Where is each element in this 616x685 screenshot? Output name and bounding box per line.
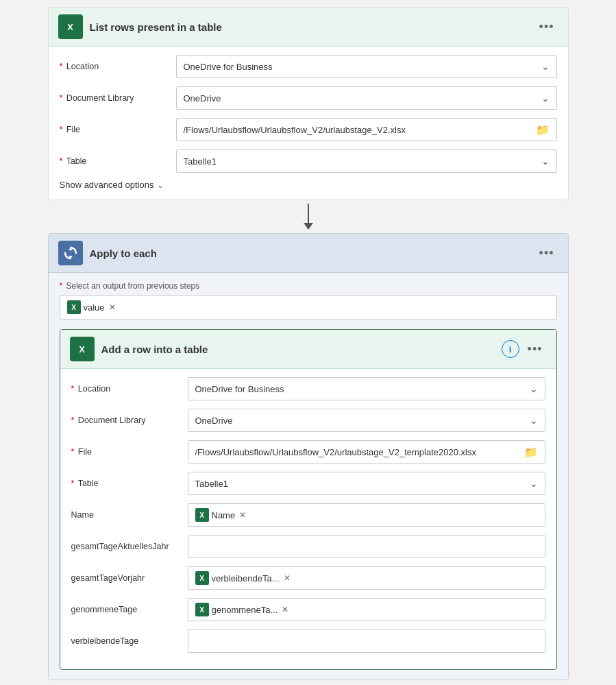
verbleibende-input[interactable] — [188, 629, 545, 653]
nested-table-row: * Table Tabelle1 ⌄ — [71, 470, 545, 496]
doc-lib-value: OneDrive — [184, 93, 541, 104]
nested-folder-icon: 📁 — [524, 446, 538, 459]
tag-close-icon[interactable]: ✕ — [109, 302, 116, 312]
excel-icon: X — [58, 14, 83, 39]
doc-lib-required: * — [60, 93, 63, 103]
nested-doc-lib-dropdown[interactable]: OneDrive ⌄ — [188, 409, 545, 432]
gesamt-vorjahr-close-icon[interactable]: ✕ — [284, 573, 291, 583]
gesamt-vorjahr-input[interactable]: X verbleibendeTa... ✕ — [188, 566, 545, 590]
name-tag-text: Name — [212, 510, 236, 520]
table-value: Tabelle1 — [184, 156, 541, 167]
excel-icon-label: X — [67, 22, 73, 32]
nested-file-label: * File — [71, 447, 188, 457]
add-row-menu-button[interactable]: ••• — [523, 341, 547, 358]
advanced-options-chevron-icon: ⌄ — [157, 180, 164, 190]
gesamt-vorjahr-excel-icon: X — [195, 571, 209, 585]
table-dropdown[interactable]: Tabelle1 ⌄ — [176, 149, 557, 173]
arrow-connector — [48, 200, 569, 233]
doc-lib-chevron-icon: ⌄ — [541, 93, 550, 104]
list-rows-card: X List rows present in a table ••• * Loc… — [48, 7, 569, 200]
genommen-label: genommeneTage — [71, 605, 188, 614]
nested-location-chevron-icon: ⌄ — [530, 383, 538, 394]
doc-lib-label: * Document Library — [60, 93, 176, 103]
apply-title: Apply to each — [90, 248, 157, 259]
gesamt-vorjahr-row: gesamtTageVorjahr X verbleibendeTa... ✕ — [71, 565, 545, 591]
location-required: * — [60, 62, 63, 71]
name-row: Name X Name ✕ — [71, 502, 545, 528]
folder-icon: 📁 — [536, 123, 550, 136]
advanced-options-label: Show advanced options — [60, 180, 154, 190]
add-row-icon-label: X — [79, 344, 85, 354]
nested-doc-lib-chevron-icon: ⌄ — [530, 415, 538, 426]
tag-input[interactable]: X value ✕ — [60, 295, 557, 320]
add-row-title: Add a row into a table — [101, 344, 208, 355]
add-row-excel-icon: X — [70, 337, 95, 361]
gesamt-aktuell-label: gesamtTageAktuellesJahr — [71, 542, 188, 551]
list-rows-actions: ••• — [535, 19, 558, 36]
nested-table-chevron-icon: ⌄ — [530, 478, 538, 489]
file-input[interactable]: /Flows/Urlaubsflow/Urlaubsflow_V2/urlaub… — [176, 118, 557, 141]
gesamt-aktuell-input[interactable] — [188, 535, 545, 558]
genommen-tag: X genommeneTa... ✕ — [195, 603, 289, 616]
genommen-row: genommeneTage X genommeneTa... ✕ — [71, 597, 545, 623]
apply-header: Apply to each ••• — [49, 234, 568, 273]
location-chevron-icon: ⌄ — [541, 61, 550, 72]
gesamt-vorjahr-tag-text: verbleibendeTa... — [212, 573, 280, 584]
file-label: * File — [60, 125, 176, 134]
nested-doc-lib-row: * Document Library OneDrive ⌄ — [71, 407, 545, 433]
name-input[interactable]: X Name ✕ — [188, 503, 545, 527]
name-excel-icon: X — [195, 508, 209, 522]
name-field-label: Name — [71, 510, 188, 520]
doc-lib-row: * Document Library OneDrive ⌄ — [60, 85, 557, 111]
nested-file-input[interactable]: /Flows/Urlaubsflow/Urlaubsflow_V2/urlaub… — [188, 440, 545, 464]
name-tag: X Name ✕ — [195, 508, 247, 522]
file-required: * — [60, 125, 63, 134]
name-tag-close-icon[interactable]: ✕ — [239, 510, 246, 520]
nested-doc-lib-value: OneDrive — [195, 416, 530, 426]
verbleibende-row: verbleibendeTage — [71, 628, 545, 654]
genommen-input[interactable]: X genommeneTa... ✕ — [188, 598, 545, 621]
gesamt-vorjahr-label: gesamtTageVorjahr — [71, 573, 188, 583]
table-required: * — [60, 156, 63, 166]
file-row: * File /Flows/Urlaubsflow/Urlaubsflow_V2… — [60, 117, 557, 143]
arrow-head-icon — [304, 223, 313, 230]
nested-location-value: OneDrive for Business — [195, 384, 530, 394]
arrow-line — [308, 204, 309, 223]
arrow-down — [304, 204, 313, 230]
add-row-header: X Add a row into a table i ••• — [60, 330, 556, 369]
nested-location-dropdown[interactable]: OneDrive for Business ⌄ — [188, 377, 545, 400]
nested-file-value: /Flows/Urlaubsflow/Urlaubsflow_V2/urlaub… — [195, 447, 524, 457]
table-chevron-icon: ⌄ — [541, 156, 550, 167]
table-label: * Table — [60, 156, 176, 166]
list-rows-header: X List rows present in a table ••• — [49, 8, 568, 47]
nested-location-label: * Location — [71, 384, 188, 394]
advanced-options-toggle[interactable]: Show advanced options ⌄ — [60, 180, 557, 190]
location-label: * Location — [60, 62, 176, 71]
tag-excel-icon: X — [67, 300, 81, 314]
doc-lib-dropdown[interactable]: OneDrive ⌄ — [176, 86, 557, 110]
table-row: * Table Tabelle1 ⌄ — [60, 148, 557, 174]
tag-text: value — [84, 302, 105, 313]
apply-menu-button[interactable]: ••• — [535, 245, 558, 262]
list-rows-menu-button[interactable]: ••• — [535, 19, 558, 36]
select-output-label: * Select an output from previous steps — [60, 281, 557, 291]
nested-table-value: Tabelle1 — [195, 479, 530, 489]
add-row-card: X Add a row into a table i ••• * Locatio… — [60, 329, 557, 670]
nested-table-label: * Table — [71, 479, 188, 488]
list-rows-body: * Location OneDrive for Business ⌄ * Doc… — [49, 47, 568, 200]
add-row-info-button[interactable]: i — [502, 340, 519, 358]
list-rows-title: List rows present in a table — [90, 21, 222, 33]
nested-file-row: * File /Flows/Urlaubsflow/Urlaubsflow_V2… — [71, 439, 545, 465]
add-row-body: * Location OneDrive for Business ⌄ * Doc… — [60, 369, 556, 669]
apply-body: * Select an output from previous steps X… — [49, 273, 568, 680]
genommen-excel-icon: X — [195, 603, 209, 616]
nested-table-dropdown[interactable]: Tabelle1 ⌄ — [188, 472, 545, 495]
file-value: /Flows/Urlaubsflow/Urlaubsflow_V2/urlaub… — [184, 125, 536, 135]
verbleibende-label: verbleibendeTage — [71, 636, 188, 646]
value-tag: X value ✕ — [67, 300, 116, 314]
nested-doc-lib-label: * Document Library — [71, 416, 188, 425]
location-dropdown[interactable]: OneDrive for Business ⌄ — [176, 55, 557, 78]
genommen-close-icon[interactable]: ✕ — [282, 605, 288, 614]
apply-actions: ••• — [535, 245, 558, 262]
select-required: * — [60, 281, 63, 291]
